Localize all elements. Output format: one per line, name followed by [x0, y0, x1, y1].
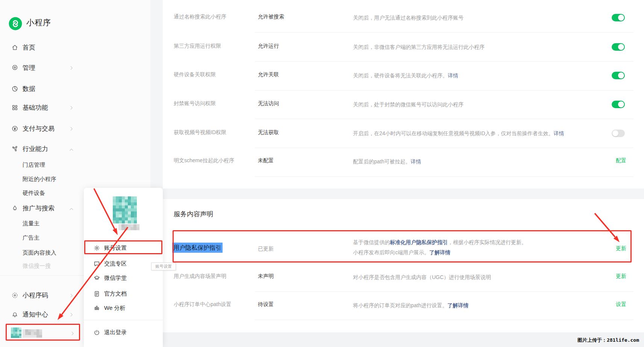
sidebar-item-label: 流量主	[23, 217, 39, 230]
search-by-name-toggle[interactable]	[612, 14, 625, 21]
mosaic-cell	[116, 211, 119, 214]
popup-item-we-analytics[interactable]: We 分析	[84, 302, 163, 314]
popup-avatar-blurred	[113, 196, 137, 223]
update-ugc-link[interactable]: 更新	[606, 273, 626, 280]
power-icon	[93, 329, 100, 336]
mosaic-cell	[134, 199, 137, 202]
ugc-label: 用户生成内容场景声明	[174, 273, 226, 280]
sidebar-item-label: 支付与交易	[23, 122, 55, 136]
sidebar-item-home[interactable]: 首页	[0, 41, 150, 54]
mosaic-cell	[125, 208, 128, 211]
popup-item-wechat-school[interactable]: 微信学堂	[84, 272, 163, 284]
mosaic-cell	[113, 214, 116, 217]
mosaic-cell	[131, 208, 134, 211]
mosaic-cell	[134, 202, 137, 205]
row-divider	[255, 291, 633, 292]
mosaic-cell	[116, 199, 119, 202]
mosaic-cell	[125, 220, 128, 223]
video-id-toggle[interactable]	[612, 130, 625, 137]
popup-account-name-blurred	[118, 224, 139, 230]
set-order-path-link[interactable]: 设置	[606, 301, 626, 308]
sidebar-item-label: 首页	[23, 41, 35, 54]
mosaic-cell	[134, 208, 137, 211]
sidebar-item-store-manage[interactable]: 门店管理	[0, 158, 150, 172]
desc-text: 将小程序的订单页对应的path进行设置。	[353, 302, 447, 308]
mosaic-cell	[121, 224, 124, 227]
mosaic-cell	[113, 208, 116, 211]
mosaic-cell	[128, 220, 131, 223]
mosaic-cell	[124, 227, 127, 230]
permission-label: 明文scheme拉起此小程序	[174, 157, 234, 164]
mosaic-cell	[131, 214, 134, 217]
mosaic-cell	[131, 205, 134, 208]
mosaic-cell	[127, 224, 130, 227]
mosaic-cell	[119, 208, 122, 211]
bell-icon	[11, 311, 18, 318]
details-link[interactable]: 详情	[554, 130, 564, 136]
mosaic-cell	[125, 202, 128, 205]
mosaic-cell	[128, 202, 131, 205]
miniprogram-logo-icon	[8, 17, 23, 31]
mosaic-cell	[131, 220, 134, 223]
sidebar-item-industry[interactable]: 行业能力	[0, 142, 150, 156]
sidebar-item-data[interactable]: 数据	[0, 82, 150, 96]
chevron-right-icon	[69, 105, 74, 110]
sidebar-item-label: 硬件设备	[23, 186, 45, 200]
third-party-run-toggle[interactable]	[612, 43, 625, 51]
permission-desc: 关闭后，非微信客户端的第三方应用将无法运行此小程序	[353, 43, 485, 51]
mosaic-cell	[116, 205, 119, 208]
sidebar-item-label: 管理	[23, 61, 35, 75]
mosaic-cell	[125, 211, 128, 214]
desc-text: 关闭后，用户无法通过名称搜索到此小程序账号	[353, 15, 464, 21]
toggle-knob	[612, 130, 618, 136]
sidebar-item-label: 附近的小程序	[23, 172, 56, 186]
sidebar-item-features[interactable]: 基础功能	[0, 101, 150, 115]
popup-item-logout[interactable]: 退出登录	[84, 326, 163, 339]
mosaic-cell	[118, 224, 121, 227]
mosaic-cell	[128, 199, 131, 202]
banned-account-toggle[interactable]	[612, 101, 625, 108]
mosaic-cell	[125, 205, 128, 208]
details-link[interactable]: 详情	[448, 72, 458, 78]
mosaic-cell	[128, 211, 131, 214]
mosaic-cell	[119, 220, 122, 223]
toggle-knob	[618, 15, 624, 21]
mosaic-cell	[127, 227, 130, 230]
details-link[interactable]: 详情	[411, 158, 421, 164]
permission-desc: 关闭后，用户无法通过名称搜索到此小程序账号	[353, 14, 464, 22]
mosaic-cell	[131, 202, 134, 205]
popup-item-label: 微信学堂	[104, 272, 127, 284]
permission-value: 未配置	[258, 157, 274, 164]
mosaic-cell	[122, 196, 125, 199]
mosaic-cell	[119, 205, 122, 208]
chevron-up-icon	[69, 147, 74, 152]
mosaic-cell	[128, 208, 131, 211]
service-declaration-card: 服务内容声明 用户隐私保护指引 已更新 基于微信提供的标准化用户隐私保护指引，根…	[163, 199, 644, 332]
popup-item-official-docs[interactable]: 官方文档	[84, 287, 163, 300]
mosaic-cell	[134, 220, 137, 223]
sidebar-item-nearby[interactable]: 附近的小程序	[0, 172, 150, 186]
sidebar-item-payment[interactable]: 支付与交易	[0, 122, 150, 136]
popup-item-label: 退出登录	[104, 326, 127, 339]
manage-icon	[11, 64, 18, 71]
configure-link[interactable]: 配置	[606, 157, 626, 164]
popup-item-label: 官方文档	[104, 287, 127, 300]
mosaic-cell	[122, 220, 125, 223]
mosaic-cell	[113, 202, 116, 205]
analytics-icon	[93, 305, 100, 312]
mini-code-icon	[11, 292, 18, 299]
ugc-desc: 对小程序是否包含用户生成内容（UGC）进行使用场景说明	[353, 273, 491, 281]
hardware-link-toggle[interactable]	[612, 72, 625, 79]
mosaic-cell	[121, 227, 124, 230]
mosaic-cell	[122, 199, 125, 202]
watermark-text: 图片上传于：281life.com	[577, 337, 639, 344]
sidebar-item-manage[interactable]: 管理	[0, 61, 150, 75]
row-divider	[255, 148, 633, 148]
mosaic-cell	[122, 217, 125, 220]
permission-desc: 配置后的path可被拉起。详情	[353, 157, 421, 166]
chevron-right-icon	[69, 65, 74, 71]
learn-more-link[interactable]: 了解详情	[447, 302, 468, 308]
chevron-right-icon	[69, 293, 74, 298]
mosaic-cell	[119, 199, 122, 202]
mosaic-cell	[131, 199, 134, 202]
